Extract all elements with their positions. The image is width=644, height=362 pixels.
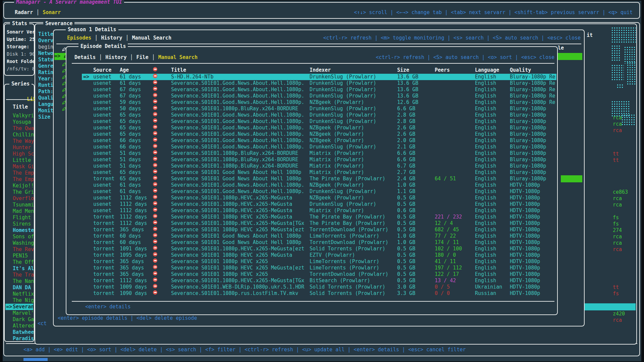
series-item[interactable]: Batwhee (5, 329, 33, 336)
search-result-row[interactable]: usenet59 daysSeverance.S01E01.Good.News.… (67, 99, 556, 106)
search-result-row[interactable]: usenet1112 daysSeverance.S01E01.1080p.HE… (67, 207, 556, 214)
search-result-row[interactable]: usenet61 daysSeverance.S01E01.Good.News.… (67, 188, 556, 195)
result-language: English (475, 201, 496, 207)
search-result-row[interactable]: torrent60 daysSeverance S01E01 Good News… (67, 233, 556, 239)
series-item[interactable]: Sons of (5, 234, 33, 240)
series-item[interactable]: The Qwa (5, 125, 33, 132)
result-indexer: Miatrix (Prowlarr) (310, 157, 364, 163)
series-item[interactable]: The Nig (5, 297, 33, 304)
tab-season-history[interactable]: History (101, 35, 122, 41)
search-result-row[interactable]: usenet50 daysSeverance.S01E01.1080p.BluR… (67, 106, 556, 112)
search-result-row[interactable]: usenet1112 daysSeverance.S01E01.1080p.HE… (67, 201, 556, 207)
search-result-row[interactable]: torrent1112 daysSeverance S01E01 1080p H… (67, 214, 556, 220)
series-item[interactable]: Washing (5, 240, 33, 246)
result-language: English (475, 157, 496, 163)
search-result-row[interactable]: torrent1090 daysSeverance.S01E01.1080p.r… (67, 290, 556, 297)
series-item[interactable]: Little (5, 157, 33, 164)
search-result-row[interactable]: usenet65 daysSeverance.S01E01.Good.News.… (67, 112, 556, 118)
column-quality[interactable]: Quality (510, 67, 531, 73)
series-item[interactable]: Sirens (5, 221, 33, 227)
result-quality: Bluray-1080p (510, 150, 546, 157)
series-item[interactable]: The Emp (5, 170, 33, 176)
search-result-row[interactable]: usenet66 daysSeverance.S01E01.Good.News.… (67, 137, 556, 144)
series-item[interactable]: =>Severan (5, 304, 33, 310)
series-item[interactable]: High Sc (5, 151, 33, 157)
series-item[interactable]: Marvel' (5, 310, 33, 316)
search-result-row[interactable]: torrent1112 daysSeverance.S01E01.1080p.H… (67, 278, 556, 284)
search-result-row[interactable]: torrent1009 daysSeverance.S01E01.WEB-DLR… (67, 284, 556, 290)
selected-episode-row[interactable]: => (54, 53, 66, 60)
series-item[interactable]: Keijo!! (5, 183, 33, 189)
search-result-row[interactable]: usenet61 daysSeverance.S01E01.Good.News.… (67, 182, 556, 188)
series-item[interactable]: It's Al (5, 265, 33, 272)
series-item[interactable]: Altered (5, 323, 33, 329)
series-item[interactable]: PEN15 (5, 253, 33, 259)
series-item[interactable]: The Off (5, 259, 33, 265)
tab-details[interactable]: Details (74, 54, 96, 61)
search-result-row[interactable]: usenet51 daysSeverance.S01E01.1080p.BluR… (67, 150, 556, 157)
series-item[interactable]: The Way (5, 138, 33, 144)
series-item[interactable]: Valkyri (5, 113, 33, 119)
series-item[interactable]: Netflix (5, 291, 33, 297)
tab-episode-history[interactable]: History (105, 54, 126, 61)
search-result-row[interactable]: usenet51 daysSeverance.S01E01.1080p.BluR… (67, 163, 556, 169)
search-result-row[interactable]: torrent365 daysSeverance S01E01 1080p HE… (67, 271, 556, 278)
series-item[interactable]: The Rev (5, 246, 33, 253)
search-result-row[interactable]: usenet65 daysSeverance.S01E01.Good.News.… (67, 125, 556, 131)
search-result-row[interactable]: torrent1112 daysSeverance.S01E01.1080p.H… (67, 220, 556, 227)
search-result-row[interactable]: usenet66 daysSeverance.S01E01.Good.News.… (67, 144, 556, 150)
column-indexer[interactable]: Indexer (310, 67, 331, 73)
series-item[interactable]: The Tra (5, 272, 33, 278)
result-language: English (475, 74, 496, 80)
search-result-row[interactable]: usenet51 daysSeverance.S01E01.1080p.BluR… (67, 157, 556, 163)
search-result-row[interactable]: torrent1095 daysSeverance S01E01 1080p H… (67, 252, 556, 258)
series-item[interactable]: Flight (5, 215, 33, 221)
result-age: 365 days (120, 265, 144, 271)
series-item[interactable]: Paradis (5, 336, 33, 342)
search-result-row[interactable]: torrent365 daysSeverance S01E01 1080p HE… (67, 227, 556, 233)
tab-file[interactable]: File (137, 54, 149, 61)
tab-manual-search[interactable]: Manual Search (158, 54, 198, 61)
search-result-row[interactable]: torrent365 daysSeverance S01E01 1080p HE… (67, 265, 556, 271)
tab-episodes[interactable]: Episodes (67, 35, 91, 41)
no-entry-icon (153, 80, 157, 84)
series-name: The Emp (13, 176, 35, 183)
result-language: English (475, 195, 496, 201)
series-item[interactable]: Mad Men (5, 208, 33, 215)
search-result-row[interactable]: usenet67 daysSeverance.S01E01.Good.News.… (67, 86, 556, 93)
column-peers[interactable]: Peers (435, 67, 450, 73)
series-item[interactable]: Hunter (5, 144, 33, 151)
tab-season-manual-search[interactable]: Manual Search (132, 35, 171, 41)
search-result-row[interactable]: usenet65 daysSeverance S01E01 Good News … (67, 169, 556, 176)
column-age[interactable]: Age (120, 67, 129, 73)
search-result-row[interactable]: torrent1091 daysSeverance.S01E01.1080p.H… (67, 246, 556, 252)
column-language[interactable]: Language (475, 67, 499, 73)
series-item[interactable]: Tsunami (5, 202, 33, 208)
series-item[interactable]: Yosuga (5, 119, 33, 125)
search-result-row[interactable]: usenet61 daysSeverance.S01E01.Good.News.… (67, 80, 556, 86)
series-item[interactable]: The Gri (5, 189, 33, 195)
result-size: 6.6 GB (397, 106, 415, 112)
series-item[interactable]: Homeste (5, 227, 33, 234)
series-item[interactable]: Mask Gi (5, 164, 33, 170)
column-source[interactable]: Source (93, 67, 111, 73)
search-result-row[interactable]: usenet67 daysSeverance.S01E01.Good.News.… (67, 93, 556, 99)
series-item[interactable]: Overflo (5, 195, 33, 202)
tab-radarr[interactable]: Radarr (15, 9, 33, 16)
search-result-row[interactable]: usenet65 daysSeverance.S01E01.Good.News.… (67, 118, 556, 125)
series-item[interactable]: Dark Ga (5, 316, 33, 323)
series-item[interactable]: Chillin (5, 132, 33, 138)
search-result-row[interactable]: usenet65 daysSeverance.S01E01.Good.News.… (67, 131, 556, 137)
search-result-row[interactable]: torrent60 daysSeverance S01E01 Good News… (67, 239, 556, 246)
scroll-indicator[interactable] (23, 358, 48, 361)
column-size[interactable]: Size (397, 67, 409, 73)
series-item[interactable]: The Nan (5, 278, 33, 285)
tab-sonarr[interactable]: Sonarr (43, 9, 61, 16)
search-result-row[interactable]: =>usenet61 daysS-HD.H.264-NTbDrunkenSlug… (67, 74, 556, 80)
search-result-row[interactable]: torrent365 daysSeverance S01E01 1080p HE… (67, 258, 556, 265)
search-result-row[interactable]: usenet1112 daysSeverance.S01E01.1080p.HE… (67, 195, 556, 201)
series-item[interactable]: DAN DA (5, 285, 33, 291)
search-result-row[interactable]: torrent65 daysSeverance S01E01 Good News… (67, 176, 556, 182)
series-item[interactable]: The Emp (5, 176, 33, 183)
column-title[interactable]: Title (171, 67, 186, 73)
